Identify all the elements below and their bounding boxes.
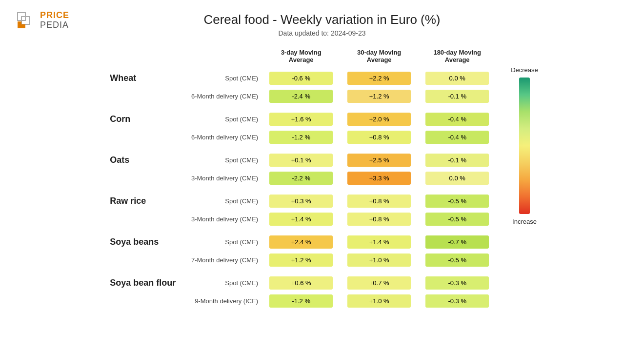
table-row: 3-Month delivery (CME)+1.4 %+0.8 %-0.5 %: [106, 210, 496, 228]
row-sublabel: Spot (CME): [184, 233, 262, 251]
header-col3: 180-day MovingAverage: [418, 47, 496, 69]
row-sublabel: Spot (CME): [184, 274, 262, 292]
spacer-row: [106, 269, 496, 274]
table-row: 9-Month delivery (ICE)-1.2 %+1.0 %-0.3 %: [106, 292, 496, 310]
cell-value-badge: -0.5 %: [425, 254, 489, 267]
cell-value-badge: +1.2 %: [269, 254, 333, 267]
value-cell: -2.4 %: [262, 87, 340, 105]
cell-value-badge: +2.2 %: [347, 72, 411, 85]
data-table: 3-day MovingAverage 30-day MovingAverage…: [106, 47, 496, 310]
category-label: [106, 128, 184, 146]
header-col2: 30-day MovingAverage: [340, 47, 418, 69]
spacer-row: [106, 228, 496, 233]
cell-value-badge: -2.4 %: [269, 90, 333, 103]
cell-value-badge: +0.7 %: [347, 276, 411, 290]
cell-value-badge: -0.5 %: [425, 213, 489, 226]
table-row: OatsSpot (CME)+0.1 %+2.5 %-0.1 %: [106, 151, 496, 169]
cell-value-badge: +0.8 %: [347, 213, 411, 226]
value-cell: +1.0 %: [340, 292, 418, 310]
value-cell: 0.0 %: [418, 169, 496, 187]
legend-color-bar: [519, 78, 530, 214]
value-cell: +1.6 %: [262, 110, 340, 128]
row-sublabel: 9-Month delivery (ICE): [184, 292, 262, 310]
value-cell: +0.8 %: [340, 192, 418, 210]
cell-value-badge: +0.1 %: [269, 154, 333, 167]
cell-value-badge: +2.4 %: [269, 235, 333, 249]
cell-value-badge: +0.3 %: [269, 195, 333, 208]
value-cell: +2.5 %: [340, 151, 418, 169]
category-label: [106, 87, 184, 105]
value-cell: -0.4 %: [418, 110, 496, 128]
title-area: Cereal food - Weekly variation in Euro (…: [203, 12, 440, 37]
row-sublabel: 7-Month delivery (CME): [184, 251, 262, 269]
cell-value-badge: 0.0 %: [425, 72, 489, 85]
value-cell: +0.6 %: [262, 274, 340, 292]
table-row: Soya beansSpot (CME)+2.4 %+1.4 %-0.7 %: [106, 233, 496, 251]
legend-increase-label: Increase: [512, 218, 537, 225]
table-container: 3-day MovingAverage 30-day MovingAverage…: [106, 47, 538, 310]
value-cell: -2.2 %: [262, 169, 340, 187]
svg-marker-2: [18, 21, 25, 28]
cell-value-badge: +1.2 %: [347, 90, 411, 103]
table-row: Soya bean flourSpot (CME)+0.6 %+0.7 %-0.…: [106, 274, 496, 292]
cell-value-badge: 0.0 %: [425, 172, 489, 185]
cell-value-badge: -0.1 %: [425, 154, 489, 167]
value-cell: +1.2 %: [262, 251, 340, 269]
value-cell: +0.8 %: [340, 128, 418, 146]
row-sublabel: 3-Month delivery (CME): [184, 169, 262, 187]
category-label: Soya beans: [106, 233, 184, 251]
legend-area: Decrease Increase: [511, 47, 538, 225]
row-sublabel: 3-Month delivery (CME): [184, 210, 262, 228]
value-cell: -0.1 %: [418, 87, 496, 105]
logo-pedia-label: PEDIA: [40, 20, 69, 30]
subtitle: Data updated to: 2024-09-23: [203, 29, 440, 37]
cell-value-badge: -0.3 %: [425, 294, 489, 308]
value-cell: +1.0 %: [340, 251, 418, 269]
value-cell: +3.3 %: [340, 169, 418, 187]
header-sublabel: [184, 47, 262, 69]
value-cell: -0.7 %: [418, 233, 496, 251]
category-label: Raw rice: [106, 192, 184, 210]
cell-value-badge: +2.5 %: [347, 154, 411, 167]
row-sublabel: Spot (CME): [184, 192, 262, 210]
table-row: 6-Month delivery (CME)-1.2 %+0.8 %-0.4 %: [106, 128, 496, 146]
table-row: Raw riceSpot (CME)+0.3 %+0.8 %-0.5 %: [106, 192, 496, 210]
cell-value-badge: -1.2 %: [269, 294, 333, 308]
cell-value-badge: -0.4 %: [425, 131, 489, 144]
spacer-row: [106, 105, 496, 110]
header-category: [106, 47, 184, 69]
value-cell: +0.1 %: [262, 151, 340, 169]
cell-value-badge: -0.5 %: [425, 195, 489, 208]
category-label: [106, 169, 184, 187]
value-cell: +0.3 %: [262, 192, 340, 210]
cell-value-badge: +0.8 %: [347, 195, 411, 208]
legend-decrease-label: Decrease: [511, 66, 538, 74]
value-cell: +1.2 %: [340, 87, 418, 105]
table-row: WheatSpot (CME)-0.6 %+2.2 %0.0 %: [106, 69, 496, 87]
logo-icon: [15, 10, 36, 31]
category-label: [106, 292, 184, 310]
cell-value-badge: +1.0 %: [347, 294, 411, 308]
value-cell: -1.2 %: [262, 292, 340, 310]
cell-value-badge: -0.7 %: [425, 235, 489, 249]
value-cell: -0.4 %: [418, 128, 496, 146]
logo-text: PRICE PEDIA: [40, 11, 69, 30]
cell-value-badge: +0.8 %: [347, 131, 411, 144]
value-cell: +1.4 %: [262, 210, 340, 228]
cell-value-badge: -2.2 %: [269, 172, 333, 185]
value-cell: -0.1 %: [418, 151, 496, 169]
category-label: Soya bean flour: [106, 274, 184, 292]
value-cell: +0.8 %: [340, 210, 418, 228]
table-row: 7-Month delivery (CME)+1.2 %+1.0 %-0.5 %: [106, 251, 496, 269]
logo: PRICE PEDIA: [15, 10, 69, 31]
value-cell: -0.3 %: [418, 292, 496, 310]
value-cell: -0.5 %: [418, 192, 496, 210]
cell-value-badge: +3.3 %: [347, 172, 411, 185]
value-cell: +2.4 %: [262, 233, 340, 251]
row-sublabel: Spot (CME): [184, 110, 262, 128]
spacer-row: [106, 146, 496, 151]
cell-value-badge: +1.0 %: [347, 254, 411, 267]
cell-value-badge: +2.0 %: [347, 113, 411, 126]
value-cell: -0.5 %: [418, 251, 496, 269]
value-cell: +2.0 %: [340, 110, 418, 128]
